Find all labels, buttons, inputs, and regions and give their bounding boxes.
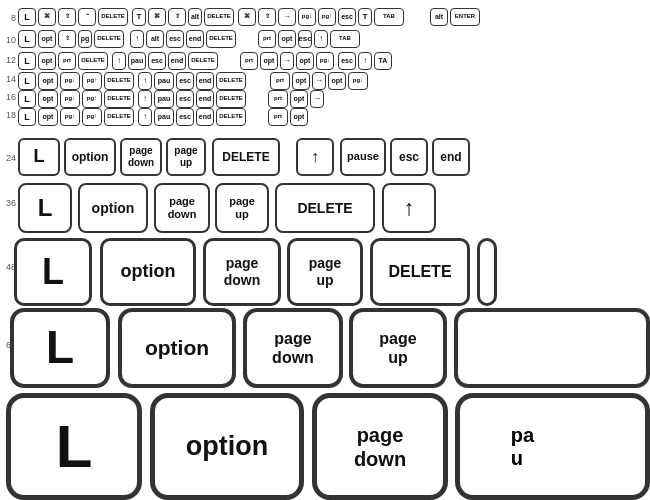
key-delete-row16[interactable]: DELETE bbox=[104, 90, 134, 108]
key-pgup-row14[interactable]: pg↑ bbox=[82, 72, 102, 90]
key-pause-row18[interactable]: pau bbox=[154, 108, 174, 126]
key-pageup-row24[interactable]: pageup bbox=[166, 138, 206, 176]
key-pgdn-row12[interactable]: pg↓ bbox=[316, 52, 334, 70]
key-pagedown-row24[interactable]: pagedown bbox=[120, 138, 162, 176]
key-esc-row18[interactable]: esc bbox=[176, 108, 194, 126]
key-ctrl-row8[interactable]: ⌃ bbox=[78, 8, 96, 26]
key-uparrow-row10[interactable]: ↑ bbox=[130, 30, 144, 48]
key-delete2-row10[interactable]: DELETE bbox=[206, 30, 236, 48]
key-prtscr-row18[interactable]: prt bbox=[268, 108, 288, 126]
key-L-row60[interactable]: L bbox=[10, 308, 110, 388]
key-L-row10[interactable]: L bbox=[18, 30, 36, 48]
key-opt-row18[interactable]: opt bbox=[290, 108, 308, 126]
key-alt2-row8[interactable]: alt bbox=[430, 8, 448, 26]
key-end-row16[interactable]: end bbox=[196, 90, 214, 108]
key-prtscr-row12[interactable]: prt bbox=[240, 52, 258, 70]
key-alt-row8[interactable]: alt bbox=[188, 8, 202, 26]
key-option-row36[interactable]: option bbox=[78, 183, 148, 233]
key-esc-row24[interactable]: esc bbox=[390, 138, 428, 176]
key-uparrow2-row10[interactable]: ↑ bbox=[314, 30, 328, 48]
key-pgscr-row10[interactable]: prt bbox=[258, 30, 276, 48]
key-delete2-row18[interactable]: DELETE bbox=[216, 108, 246, 126]
key-delete2-row12[interactable]: DELETE bbox=[188, 52, 218, 70]
key-arrow-row14[interactable]: → bbox=[312, 72, 326, 90]
key-uparrow-row18[interactable]: ↑ bbox=[138, 108, 152, 126]
key-delete-row14[interactable]: DELETE bbox=[104, 72, 134, 90]
key-pause-row14[interactable]: pau bbox=[154, 72, 174, 90]
key-delete-row10[interactable]: DELETE bbox=[94, 30, 124, 48]
key-uparrow-row36[interactable]: ↑ bbox=[382, 183, 436, 233]
key-pgup-row18[interactable]: pg↑ bbox=[82, 108, 102, 126]
key-esc2-row12[interactable]: esc bbox=[338, 52, 356, 70]
key-end-row24[interactable]: end bbox=[432, 138, 470, 176]
key-arrow-row16[interactable]: → bbox=[310, 90, 324, 108]
key-enter-row8[interactable]: ENTER bbox=[450, 8, 480, 26]
key-alt-row10[interactable]: alt bbox=[146, 30, 164, 48]
key-L-row36[interactable]: L bbox=[18, 183, 72, 233]
key-L-row14[interactable]: L bbox=[18, 72, 36, 90]
key-pgscr-row12[interactable]: prt bbox=[58, 52, 76, 70]
key-opt2-row14[interactable]: opt bbox=[328, 72, 346, 90]
key-option-row16[interactable]: opt bbox=[38, 90, 58, 108]
key-opt2-row12[interactable]: opt bbox=[260, 52, 278, 70]
key-uparrow-row16[interactable]: ↑ bbox=[138, 90, 152, 108]
key-delete-row18[interactable]: DELETE bbox=[104, 108, 134, 126]
key-opt-row10[interactable]: opt bbox=[278, 30, 296, 48]
key-pause-row16[interactable]: pau bbox=[154, 90, 174, 108]
key-delete2-row16[interactable]: DELETE bbox=[216, 90, 246, 108]
key-option-row18[interactable]: opt bbox=[38, 108, 58, 126]
key-tab-row8[interactable]: TAB bbox=[374, 8, 404, 26]
key-pagedown-row60[interactable]: pagedown bbox=[243, 308, 343, 388]
key-L-row48[interactable]: L bbox=[14, 238, 92, 306]
key-pagedown-row48[interactable]: pagedown bbox=[203, 238, 281, 306]
key-uparrow-row14[interactable]: ↑ bbox=[138, 72, 152, 90]
key-tab2-row10[interactable]: TAB bbox=[330, 30, 360, 48]
key-uparrow-row24[interactable]: ↑ bbox=[296, 138, 334, 176]
key-pagedown-row72[interactable]: pagedown bbox=[312, 393, 448, 500]
key-option-row10[interactable]: opt bbox=[38, 30, 56, 48]
key-esc-row12[interactable]: esc bbox=[148, 52, 166, 70]
key-pgdn-row18[interactable]: pg↓ bbox=[60, 108, 80, 126]
key-pgdn-row8[interactable]: pg↓ bbox=[298, 8, 316, 26]
key-pause-row24[interactable]: pause bbox=[340, 138, 386, 176]
key-esc-row16[interactable]: esc bbox=[176, 90, 194, 108]
key-arrow-row12[interactable]: → bbox=[280, 52, 294, 70]
key-pageup-row36[interactable]: pageup bbox=[215, 183, 269, 233]
key-ta-row12[interactable]: TA bbox=[374, 52, 392, 70]
key-pgdn-row16[interactable]: pg↓ bbox=[60, 90, 80, 108]
key-option-row48[interactable]: option bbox=[100, 238, 196, 306]
key-end-row10[interactable]: end bbox=[186, 30, 204, 48]
key-cmd3-row8[interactable]: ⌘ bbox=[238, 8, 256, 26]
key-pgup-row8[interactable]: pg↑ bbox=[318, 8, 336, 26]
key-pause-row12[interactable]: pau bbox=[128, 52, 146, 70]
key-option-row72[interactable]: option bbox=[150, 393, 304, 500]
key-opt3-row12[interactable]: opt bbox=[296, 52, 314, 70]
key-shift2-row8[interactable]: ⇧ bbox=[168, 8, 186, 26]
key-cmd2-row8[interactable]: ⌘ bbox=[148, 8, 166, 26]
key-esc-row10[interactable]: esc bbox=[166, 30, 184, 48]
key-pgup-row16[interactable]: pg↑ bbox=[82, 90, 102, 108]
key-end-row12[interactable]: end bbox=[168, 52, 186, 70]
key-delete-row48[interactable]: DELETE bbox=[370, 238, 470, 306]
key-opt-row16[interactable]: opt bbox=[290, 90, 308, 108]
key-end-row14[interactable]: end bbox=[196, 72, 214, 90]
key-pgdn2-row14[interactable]: pg↓ bbox=[348, 72, 368, 90]
key-delete-row24[interactable]: DELETE bbox=[212, 138, 280, 176]
key-L-row18[interactable]: L bbox=[18, 108, 36, 126]
key-uparrow2-row12[interactable]: ↑ bbox=[358, 52, 372, 70]
key-delete2-row14[interactable]: DELETE bbox=[216, 72, 246, 90]
key-option-row24[interactable]: option bbox=[64, 138, 116, 176]
key-delete-row12[interactable]: DELETE bbox=[78, 52, 108, 70]
key-pg-row10[interactable]: pg bbox=[78, 30, 92, 48]
key-pageup-row48[interactable]: pageup bbox=[287, 238, 363, 306]
key-T-row8[interactable]: T bbox=[132, 8, 146, 26]
key-option-row14[interactable]: opt bbox=[38, 72, 58, 90]
key-prtscr-row14[interactable]: prt bbox=[270, 72, 290, 90]
key-end-row18[interactable]: end bbox=[196, 108, 214, 126]
key-cmd-row8[interactable]: ⌘ bbox=[38, 8, 56, 26]
key-esc-row8[interactable]: esc bbox=[338, 8, 356, 26]
key-delete-row8[interactable]: DELETE bbox=[98, 8, 128, 26]
key-L-row8[interactable]: L bbox=[18, 8, 36, 26]
key-T2-row8[interactable]: T bbox=[358, 8, 372, 26]
key-pagedown-row36[interactable]: pagedown bbox=[154, 183, 210, 233]
